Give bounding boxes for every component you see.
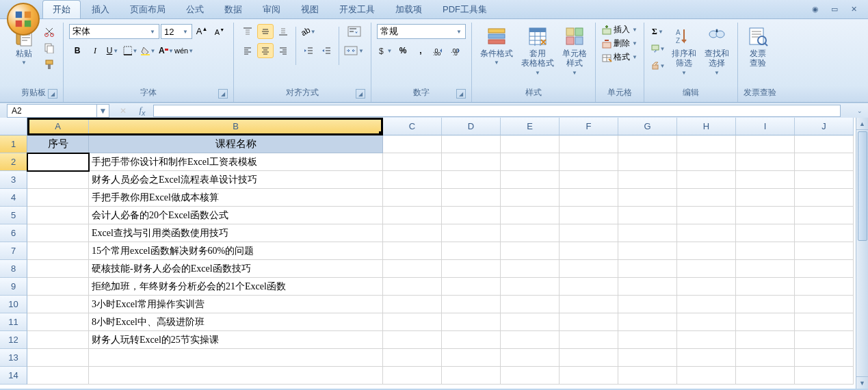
cell-E1[interactable]	[501, 135, 560, 153]
row-header-5[interactable]: 5	[0, 207, 27, 224]
cell-H1[interactable]	[677, 135, 736, 153]
tab-5[interactable]: 审阅	[253, 1, 290, 18]
scroll-thumb[interactable]	[858, 131, 867, 241]
cell-H13[interactable]	[677, 349, 736, 367]
worksheet-grid[interactable]: ABCDEFGHIJ1序号课程名称2手把手带你设计和制作Excel工资表模板3财…	[0, 118, 868, 389]
cell-C13[interactable]	[383, 349, 442, 367]
tab-2[interactable]: 页面布局	[120, 1, 175, 18]
cell-A14[interactable]	[27, 367, 89, 385]
cell-H11[interactable]	[677, 313, 736, 331]
minimize-ribbon-icon[interactable]: ▭	[827, 4, 842, 15]
col-header-H[interactable]: H	[677, 118, 736, 135]
cell-D13[interactable]	[442, 349, 501, 367]
cell-J2[interactable]	[795, 153, 854, 171]
cell-A11[interactable]	[27, 313, 89, 331]
conditional-format-button[interactable]: 条件格式▼	[477, 24, 516, 67]
cell-I11[interactable]	[736, 313, 795, 331]
cell-E10[interactable]	[501, 296, 560, 313]
cell-I3[interactable]	[736, 171, 795, 189]
row-header-13[interactable]: 13	[0, 349, 27, 367]
cell-F3[interactable]	[560, 171, 618, 189]
cell-J7[interactable]	[795, 242, 854, 260]
cell-H4[interactable]	[677, 189, 736, 207]
cell-F8[interactable]	[560, 260, 618, 278]
vertical-scrollbar[interactable]: ▲ ▼	[856, 118, 868, 389]
orientation-button[interactable]: ab▼	[300, 24, 317, 39]
cell-C9[interactable]	[383, 278, 442, 296]
cell-G13[interactable]	[618, 349, 677, 367]
cell-J9[interactable]	[795, 278, 854, 296]
cell-H5[interactable]	[677, 207, 736, 224]
cell-I12[interactable]	[736, 331, 795, 349]
cell-H9[interactable]	[677, 278, 736, 296]
cell-G1[interactable]	[618, 135, 677, 153]
tab-3[interactable]: 公式	[176, 1, 213, 18]
phonetic-button[interactable]: wén▼	[176, 43, 192, 58]
cell-C12[interactable]	[383, 331, 442, 349]
tab-9[interactable]: PDF工具集	[433, 1, 497, 18]
wrap-text-button[interactable]	[343, 24, 365, 39]
cell-A4[interactable]	[27, 189, 89, 207]
insert-function-button[interactable]: fx	[134, 105, 150, 117]
cell-A3[interactable]	[27, 171, 89, 189]
cell-H8[interactable]	[677, 260, 736, 278]
cell-H3[interactable]	[677, 171, 736, 189]
launcher-icon[interactable]: ◢	[456, 89, 466, 99]
row-header-14[interactable]: 14	[0, 367, 27, 385]
cell-E13[interactable]	[501, 349, 560, 367]
row-header-4[interactable]: 4	[0, 189, 27, 207]
cell-J3[interactable]	[795, 171, 854, 189]
col-header-B[interactable]: B	[89, 118, 383, 135]
cell-I5[interactable]	[736, 207, 795, 224]
cell-D12[interactable]	[442, 331, 501, 349]
tab-8[interactable]: 加载项	[386, 1, 432, 18]
cell-H7[interactable]	[677, 242, 736, 260]
cell-I4[interactable]	[736, 189, 795, 207]
cell-H14[interactable]	[677, 367, 736, 385]
cell-C4[interactable]	[383, 189, 442, 207]
cell-E7[interactable]	[501, 242, 560, 260]
help-icon[interactable]: ◉	[808, 4, 823, 15]
clear-button[interactable]: ▼	[650, 58, 666, 73]
select-all-corner[interactable]	[0, 118, 27, 135]
scroll-down-icon[interactable]: ▼	[856, 376, 868, 389]
col-header-J[interactable]: J	[795, 118, 854, 135]
cell-B9[interactable]: 拒绝加班，年终财务分析必会的21个Excel函数	[89, 278, 383, 296]
cell-C1[interactable]	[383, 135, 442, 153]
cell-I10[interactable]	[736, 296, 795, 313]
cell-A9[interactable]	[27, 278, 89, 296]
row-header-3[interactable]: 3	[0, 171, 27, 189]
col-header-F[interactable]: F	[560, 118, 618, 135]
bold-button[interactable]: B	[69, 43, 86, 58]
cell-D5[interactable]	[442, 207, 501, 224]
cell-G2[interactable]	[618, 153, 677, 171]
decrease-decimal-button[interactable]: .00.0	[448, 43, 464, 58]
cell-I13[interactable]	[736, 349, 795, 367]
cell-D11[interactable]	[442, 313, 501, 331]
cell-I7[interactable]	[736, 242, 795, 260]
cell-C7[interactable]	[383, 242, 442, 260]
cell-J12[interactable]	[795, 331, 854, 349]
cell-A8[interactable]	[27, 260, 89, 278]
cell-J14[interactable]	[795, 367, 854, 385]
cell-C6[interactable]	[383, 224, 442, 242]
formula-input[interactable]	[153, 105, 841, 117]
col-header-D[interactable]: D	[442, 118, 501, 135]
cell-J13[interactable]	[795, 349, 854, 367]
cut-button[interactable]	[41, 24, 57, 39]
cell-G3[interactable]	[618, 171, 677, 189]
insert-cells-button[interactable]: 插入▼	[601, 24, 638, 36]
cell-I2[interactable]	[736, 153, 795, 171]
align-middle-button[interactable]	[257, 24, 274, 39]
row-header-8[interactable]: 8	[0, 260, 27, 278]
cell-B10[interactable]: 3小时Excel常用操作实训营	[89, 296, 383, 313]
cell-A6[interactable]	[27, 224, 89, 242]
row-header-1[interactable]: 1	[0, 135, 27, 153]
format-painter-button[interactable]	[41, 57, 57, 72]
cell-E11[interactable]	[501, 313, 560, 331]
merge-center-button[interactable]: ▼	[343, 43, 365, 58]
cell-G9[interactable]	[618, 278, 677, 296]
increase-indent-button[interactable]	[318, 43, 334, 58]
cell-E6[interactable]	[501, 224, 560, 242]
cell-I14[interactable]	[736, 367, 795, 385]
